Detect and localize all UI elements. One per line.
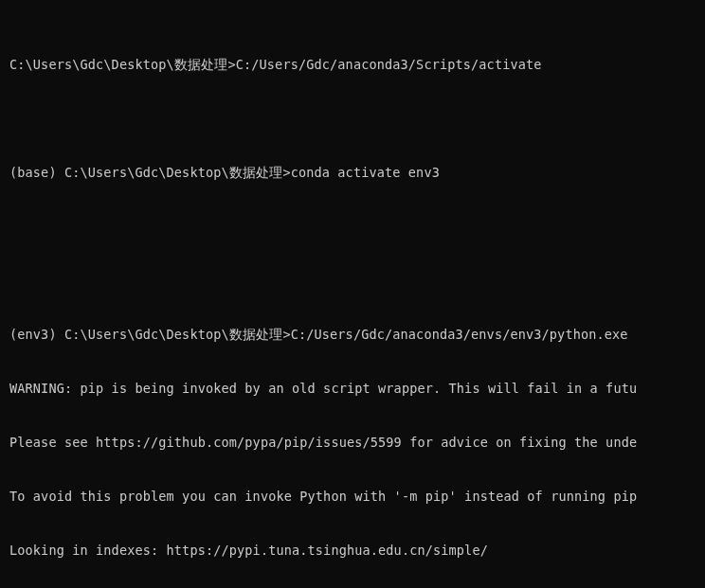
output-line: WARNING: pip is being invoked by an old … <box>9 380 705 398</box>
prompt-line: (base) C:\Users\Gdc\Desktop\数据处理>conda a… <box>9 164 705 182</box>
blank-line <box>9 110 705 128</box>
blank-line <box>9 218 705 236</box>
cwd-prompt: (env3) C:\Users\Gdc\Desktop\数据处理> <box>9 327 291 342</box>
prompt-line: (env3) C:\Users\Gdc\Desktop\数据处理>C:/User… <box>9 326 705 344</box>
output-line: Looking in indexes: https://pypi.tuna.ts… <box>9 542 705 560</box>
cwd-prompt: C:\Users\Gdc\Desktop\数据处理> <box>9 57 236 72</box>
command-text: conda activate env3 <box>291 165 440 180</box>
command-text: C:/Users/Gdc/anaconda3/Scripts/activate <box>236 57 542 72</box>
output-line: To avoid this problem you can invoke Pyt… <box>9 488 705 506</box>
output-line: Please see https://github.com/pypa/pip/i… <box>9 434 705 452</box>
terminal-window[interactable]: C:\Users\Gdc\Desktop\数据处理>C:/Users/Gdc/a… <box>0 0 705 588</box>
command-text: C:/Users/Gdc/anaconda3/envs/env3/python.… <box>291 327 628 342</box>
cwd-prompt: (base) C:\Users\Gdc\Desktop\数据处理> <box>9 165 291 180</box>
blank-line <box>9 272 705 290</box>
prompt-line: C:\Users\Gdc\Desktop\数据处理>C:/Users/Gdc/a… <box>9 56 705 74</box>
